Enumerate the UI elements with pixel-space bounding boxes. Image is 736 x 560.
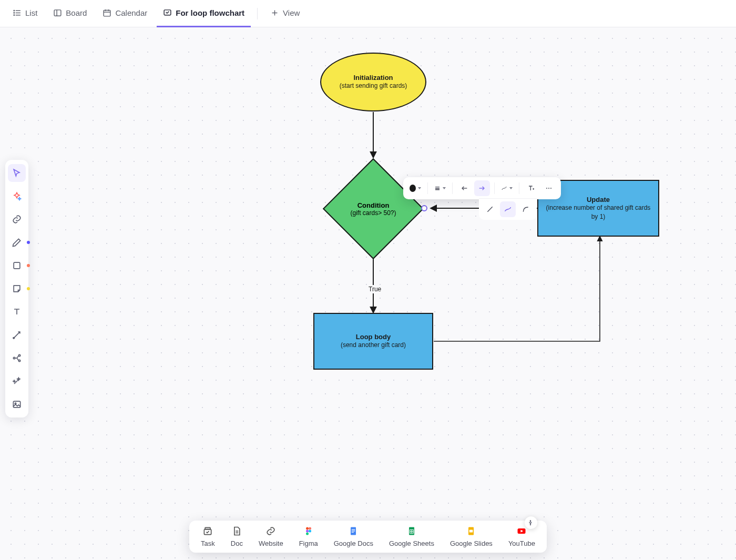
svg-rect-47 — [352, 531, 355, 531]
ai-shapes-tool[interactable] — [8, 187, 26, 205]
flow-node-loop-body[interactable]: Loop body (send another gift card) — [313, 313, 433, 370]
connector-start-arrow-button[interactable] — [456, 180, 472, 196]
tab-divider — [257, 8, 258, 19]
node-subtitle: (start sending gift cards) — [340, 82, 407, 90]
dock-label: Google Slides — [450, 539, 493, 547]
color-swatch-icon — [410, 185, 416, 192]
select-tool[interactable] — [8, 164, 26, 182]
cursor-icon — [12, 168, 22, 178]
svg-point-27 — [550, 188, 551, 189]
google-slides-icon — [466, 526, 476, 536]
link-tool[interactable] — [8, 210, 26, 228]
path-step-option[interactable] — [500, 201, 516, 217]
more-icon — [545, 184, 553, 192]
line-step-icon — [504, 205, 512, 213]
connector-end-arrow-button[interactable] — [474, 180, 490, 196]
path-straight-option[interactable] — [482, 201, 498, 217]
node-title: Loop body — [356, 333, 391, 341]
connector-more-button[interactable] — [541, 180, 557, 196]
svg-point-4 — [14, 12, 14, 13]
svg-point-31 — [13, 357, 15, 359]
path-curve-option[interactable] — [518, 201, 534, 217]
connection-handle[interactable] — [421, 205, 427, 211]
dock-figma[interactable]: Figma — [299, 526, 318, 547]
flow-node-condition[interactable]: Condition (gift cards> 50?) — [338, 173, 409, 245]
svg-point-42 — [306, 530, 309, 533]
pen-icon — [12, 237, 22, 248]
dock-google-slides[interactable]: Google Slides — [450, 526, 493, 547]
tab-calendar[interactable]: Calendar — [96, 0, 154, 27]
dock-label: Figma — [299, 539, 318, 547]
ai-shapes-icon — [12, 191, 22, 201]
toolbar-separator — [452, 182, 453, 194]
pen-tool[interactable] — [8, 233, 26, 251]
dock-website[interactable]: Website — [259, 526, 283, 547]
svg-point-25 — [546, 188, 547, 189]
tab-label: View — [283, 8, 300, 17]
image-tool[interactable] — [8, 395, 26, 413]
mindmap-tool[interactable] — [8, 349, 26, 367]
mindmap-icon — [12, 353, 22, 363]
toolbar-separator — [494, 182, 495, 194]
text-icon — [12, 307, 22, 317]
connector-color-button[interactable] — [407, 180, 423, 196]
side-toolbar — [5, 160, 28, 418]
chevron-down-icon — [443, 187, 446, 189]
node-title: Initialization — [353, 74, 393, 82]
connector-tool[interactable] — [8, 326, 26, 344]
whiteboard-canvas[interactable]: Initialization (start sending gift cards… — [0, 27, 736, 560]
ai-magic-tool[interactable] — [8, 372, 26, 390]
flow-node-initialization[interactable]: Initialization (start sending gift cards… — [320, 53, 426, 111]
tab-label: Board — [66, 8, 87, 17]
svg-point-26 — [548, 188, 549, 189]
dock-label: Task — [201, 539, 215, 547]
list-icon — [13, 8, 22, 17]
dock-youtube[interactable]: YouTube — [508, 526, 535, 547]
edge-label-true[interactable]: True — [367, 285, 383, 293]
tab-label: For loop flowchart — [176, 8, 244, 17]
image-icon — [12, 399, 22, 410]
text-tool[interactable] — [8, 303, 26, 321]
arrow-left-icon — [460, 184, 468, 192]
tab-board[interactable]: Board — [47, 0, 93, 27]
svg-point-43 — [309, 530, 311, 533]
toolbar-separator — [427, 182, 428, 194]
svg-point-44 — [306, 533, 309, 535]
svg-rect-8 — [104, 10, 111, 16]
dock-doc[interactable]: Doc — [231, 526, 243, 547]
toolbar-separator — [519, 182, 519, 194]
connector-toolbar — [403, 177, 561, 199]
dock-label: Google Sheets — [389, 539, 434, 547]
sticky-note-tool[interactable] — [8, 280, 26, 298]
sticky-color-dot — [27, 287, 30, 290]
dock-google-sheets[interactable]: Google Sheets — [389, 526, 434, 547]
svg-point-30 — [13, 338, 15, 339]
arrow-right-icon — [478, 184, 486, 192]
svg-point-3 — [14, 10, 14, 11]
whiteboard-icon — [163, 8, 172, 17]
line-straight-icon — [486, 205, 494, 213]
svg-rect-34 — [13, 401, 20, 408]
tab-flowchart[interactable]: For loop flowchart — [157, 0, 251, 27]
tab-label: List — [25, 8, 37, 17]
google-sheets-icon — [406, 526, 417, 536]
connector-text-button[interactable] — [523, 180, 539, 196]
dock-task[interactable]: Task — [201, 526, 215, 547]
connector-path-style-button[interactable] — [499, 180, 515, 196]
node-subtitle: (increase number of shared gift cards by… — [544, 203, 653, 220]
svg-rect-6 — [54, 9, 61, 15]
dock-label: YouTube — [508, 539, 535, 547]
dock-label: Google Docs — [334, 539, 373, 547]
node-subtitle: (gift cards> 50?) — [350, 209, 396, 217]
text-add-icon — [527, 184, 535, 192]
tab-list[interactable]: List — [6, 0, 44, 27]
svg-rect-48 — [352, 532, 354, 533]
connector-icon — [12, 330, 22, 340]
node-title: Condition — [357, 201, 390, 209]
add-view-button[interactable]: View — [264, 0, 306, 27]
dock-pin-button[interactable] — [525, 516, 537, 529]
dock-google-docs[interactable]: Google Docs — [334, 526, 373, 547]
svg-point-32 — [18, 354, 20, 356]
connector-line-style-button[interactable] — [432, 180, 448, 196]
rectangle-tool[interactable] — [8, 257, 26, 274]
